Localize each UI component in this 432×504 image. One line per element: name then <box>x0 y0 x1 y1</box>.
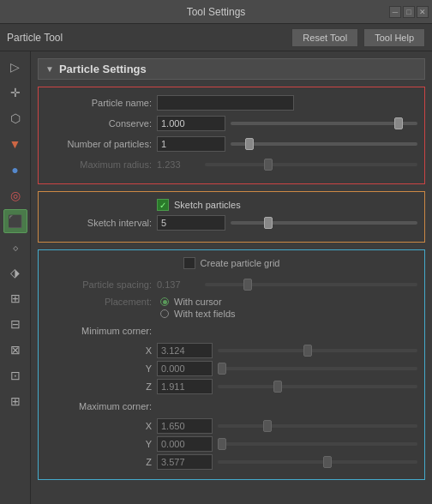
conserve-row: Conserve: <box>45 115 417 132</box>
max-corner-x-row: X <box>45 418 417 434</box>
sphere-icon: ● <box>11 163 18 177</box>
sidebar-item-arrow[interactable]: ▷ <box>3 55 27 79</box>
content-area: ▼ Particle Settings Particle name: Conse… <box>31 51 432 504</box>
num-particles-row: Number of particles: <box>45 135 417 153</box>
placement-textfields-label: With text fields <box>174 309 236 319</box>
particle-icon: ⬛ <box>8 214 22 228</box>
min-x-slider <box>218 349 417 352</box>
num-particles-input[interactable] <box>157 136 225 152</box>
section-header: ▼ Particle Settings <box>38 58 425 80</box>
particle-spacing-value: 0.137 <box>157 279 200 290</box>
min-x-label: X <box>45 345 157 356</box>
collapse-arrow-icon[interactable]: ▼ <box>45 64 54 74</box>
torus-icon: ◎ <box>10 189 21 202</box>
min-x-input <box>157 343 213 358</box>
sidebar: ▷ ✛ ⬡ ▼ ● ◎ ⬛ ⬦ ⬗ ⊞ ⊟ ⊠ <box>0 51 31 504</box>
min-z-input <box>157 379 213 394</box>
sidebar-item-torus[interactable]: ◎ <box>3 183 27 207</box>
max-x-slider <box>218 424 417 428</box>
reset-tool-button[interactable]: Reset Tool <box>291 28 358 47</box>
max-y-control <box>157 436 417 452</box>
radio-dot <box>163 300 167 304</box>
cone-icon: ▼ <box>9 137 21 151</box>
sketch-params-box: ✓ Sketch particles Sketch interval: <box>38 191 425 243</box>
arrow-icon: ▷ <box>10 60 20 74</box>
particle-spacing-control: 0.137 <box>157 279 417 290</box>
layer2-icon: ⊟ <box>10 317 21 331</box>
min-x-control <box>157 343 417 358</box>
create-grid-label: Create particle grid <box>201 258 280 268</box>
sketch-interval-label: Sketch interval: <box>45 218 157 228</box>
maximize-button[interactable]: □ <box>403 6 415 18</box>
placement-cursor-radio[interactable] <box>160 297 169 306</box>
min-y-input <box>157 361 213 376</box>
sketch-interval-slider[interactable] <box>231 221 417 225</box>
sidebar-item-layer[interactable]: ⬗ <box>3 261 27 285</box>
max-z-input <box>157 454 213 470</box>
placement-textfields-radio[interactable] <box>160 309 169 318</box>
max-radius-value: 1.233 <box>157 159 200 170</box>
conserve-input[interactable] <box>157 116 225 131</box>
num-particles-slider[interactable] <box>231 142 417 146</box>
sidebar-item-sphere[interactable]: ● <box>3 158 27 182</box>
move-icon: ✛ <box>10 86 21 99</box>
particle-spacing-label: Particle spacing: <box>45 279 157 290</box>
min-corner-label: Minimum corner: <box>45 326 157 336</box>
min-corner-z-row: Z <box>45 379 417 394</box>
sidebar-item-curve[interactable]: ⊡ <box>3 363 27 387</box>
sidebar-item-transform[interactable]: ⊠ <box>3 338 27 362</box>
max-radius-row: Maximum radius: 1.233 <box>45 156 417 173</box>
max-y-slider <box>218 442 417 446</box>
sidebar-item-grid[interactable]: ⬦ <box>3 235 27 259</box>
paint-icon: ⬡ <box>10 111 21 125</box>
min-y-thumb <box>218 363 226 375</box>
sketch-interval-input[interactable] <box>157 215 225 231</box>
sidebar-item-particle[interactable]: ⬛ <box>3 209 27 233</box>
min-corner-label-row: Minimum corner: <box>45 322 417 339</box>
max-y-label: Y <box>45 439 157 449</box>
group-icon: ⊞ <box>10 291 21 305</box>
close-button[interactable]: ✕ <box>417 6 429 18</box>
sidebar-item-cone[interactable]: ▼ <box>3 132 27 156</box>
layer-icon: ⬗ <box>10 266 20 279</box>
sidebar-item-extra[interactable]: ⊞ <box>3 389 27 413</box>
sketch-interval-row: Sketch interval: <box>45 214 417 231</box>
conserve-control <box>157 116 417 131</box>
sketch-particles-checkbox[interactable]: ✓ <box>157 199 169 211</box>
max-radius-thumb <box>264 159 273 171</box>
tool-help-button[interactable]: Tool Help <box>363 28 425 47</box>
placement-cursor-row: With cursor <box>160 297 236 307</box>
curve-icon: ⊡ <box>10 369 21 382</box>
min-z-slider <box>218 385 417 388</box>
minimize-button[interactable]: ─ <box>389 6 401 18</box>
sidebar-item-layer2[interactable]: ⊟ <box>3 312 27 336</box>
section-title: Particle Settings <box>59 63 147 75</box>
max-y-input <box>157 436 213 452</box>
particle-name-input[interactable] <box>157 95 294 111</box>
conserve-slider[interactable] <box>231 122 417 125</box>
header-buttons: Reset Tool Tool Help <box>291 28 425 47</box>
placement-textfields-row: With text fields <box>160 309 236 319</box>
max-corner-label: Maximum corner: <box>45 401 157 411</box>
sketch-interval-control <box>157 215 417 231</box>
max-x-label: X <box>45 421 157 431</box>
sidebar-item-group[interactable]: ⊞ <box>3 286 27 310</box>
extra-icon: ⊞ <box>10 394 21 408</box>
sketch-interval-thumb[interactable] <box>264 217 273 229</box>
top-bar: Tool Settings ─ □ ✕ <box>0 0 432 24</box>
sidebar-item-paint[interactable]: ⬡ <box>3 106 27 130</box>
max-radius-slider <box>205 163 417 166</box>
num-particles-thumb[interactable] <box>245 138 254 150</box>
create-grid-checkbox[interactable] <box>183 257 195 269</box>
particle-spacing-row: Particle spacing: 0.137 <box>45 276 417 293</box>
top-bar-title: Tool Settings <box>187 6 246 18</box>
sidebar-item-move[interactable]: ✛ <box>3 81 27 105</box>
min-y-label: Y <box>45 363 157 374</box>
max-z-thumb <box>323 456 332 468</box>
num-particles-control <box>157 136 417 152</box>
max-x-thumb <box>263 420 272 432</box>
max-x-control <box>157 418 417 434</box>
min-corner-x-row: X <box>45 343 417 358</box>
conserve-thumb[interactable] <box>394 117 403 129</box>
app-title: Particle Tool <box>7 32 291 44</box>
